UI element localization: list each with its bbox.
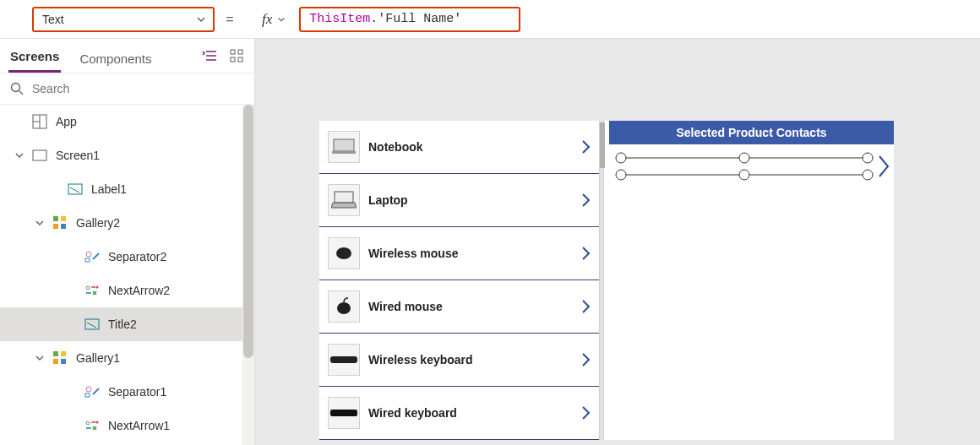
chevron-right-icon[interactable] <box>581 352 591 367</box>
svg-rect-35 <box>330 356 357 363</box>
tree-label: Separator2 <box>108 250 166 263</box>
tree-scrollbar[interactable] <box>242 105 254 445</box>
svg-point-4 <box>12 84 20 92</box>
svg-rect-2 <box>231 57 235 62</box>
tree-item-screen1[interactable]: Screen1 <box>0 138 254 172</box>
chevron-right-icon[interactable] <box>581 405 591 421</box>
tree-label: App <box>56 115 77 128</box>
tree-label: Gallery2 <box>76 216 120 230</box>
tree-collapse-icon[interactable] <box>200 46 219 65</box>
separator-icon <box>83 383 101 401</box>
svg-rect-20 <box>85 319 99 329</box>
tree-twisty-icon[interactable] <box>15 151 27 160</box>
product-title: Wired mouse <box>368 300 573 313</box>
tree-item-label1[interactable]: Label1 <box>0 172 254 206</box>
gallery1[interactable]: Notebook Laptop Wireless mouse <box>319 121 600 440</box>
tab-components[interactable]: Components <box>78 43 153 73</box>
gallery-row[interactable]: Wireless keyboard <box>319 334 600 387</box>
product-thumb <box>328 184 360 216</box>
tree-item-separator2[interactable]: Separator2 <box>0 240 254 274</box>
tab-screens-label: Screens <box>10 49 59 63</box>
nextarrow-icon <box>83 416 101 435</box>
tree-label: NextArrow2 <box>108 284 170 297</box>
tree-item-app[interactable]: App <box>0 105 254 138</box>
chevron-right-icon[interactable] <box>581 246 591 261</box>
chevron-right-icon[interactable] <box>581 139 591 155</box>
fx-label: fx <box>262 11 272 28</box>
svg-point-40 <box>739 153 749 163</box>
product-thumb <box>328 290 360 323</box>
tree-label: Label1 <box>91 182 127 196</box>
tab-screens[interactable]: Screens <box>8 41 61 73</box>
tree-item-separator1[interactable]: Separator1 <box>0 375 254 409</box>
svg-line-5 <box>19 91 24 95</box>
formula-bar: Text = fx ThisItem.'Full Name' <box>0 0 980 39</box>
gallery-row[interactable]: Wired mouse <box>319 280 600 334</box>
tree-grid-icon[interactable] <box>227 46 246 65</box>
gallery-row[interactable]: Notebook <box>319 121 600 174</box>
canvas[interactable]: Notebook Laptop Wireless mouse <box>255 39 980 445</box>
product-thumb <box>328 237 360 269</box>
product-thumb <box>328 397 360 429</box>
tree-item-gallery2[interactable]: Gallery2 <box>0 206 254 240</box>
tree-panel: Screens Components <box>0 39 255 445</box>
separator-icon <box>83 247 101 266</box>
svg-rect-22 <box>53 351 58 356</box>
svg-rect-15 <box>61 224 66 229</box>
tab-components-label: Components <box>79 52 151 66</box>
chevron-right-icon[interactable] <box>581 299 591 314</box>
svg-point-39 <box>616 153 626 163</box>
svg-rect-27 <box>85 393 90 397</box>
svg-rect-3 <box>238 57 242 62</box>
app-stage: Notebook Laptop Wireless mouse <box>319 121 894 440</box>
tree-item-nextarrow1[interactable]: NextArrow1 <box>0 409 254 442</box>
app-icon <box>30 112 49 131</box>
svg-rect-30 <box>334 139 354 151</box>
search-input[interactable] <box>30 81 244 96</box>
label-icon <box>66 180 84 198</box>
screen-icon <box>30 146 49 165</box>
gallery-scrollbar[interactable] <box>599 121 604 440</box>
svg-point-26 <box>86 387 91 392</box>
svg-point-29 <box>96 421 99 424</box>
svg-point-33 <box>336 247 351 259</box>
svg-rect-0 <box>231 50 235 54</box>
svg-point-42 <box>616 170 626 180</box>
tree-item-title2[interactable]: Title2 <box>0 307 254 341</box>
tree-scrollbar-thumb[interactable] <box>243 105 253 358</box>
product-title: Notebook <box>368 140 573 154</box>
right-column: Selected Product Contacts <box>609 121 894 440</box>
svg-line-21 <box>87 323 96 328</box>
tree-item-nextarrow2[interactable]: NextArrow2 <box>0 274 254 307</box>
tree-label: Separator1 <box>108 385 166 399</box>
nextarrow-icon <box>83 281 101 300</box>
svg-rect-23 <box>61 351 66 356</box>
product-title: Wireless mouse <box>368 247 573 260</box>
equals-sign: = <box>221 12 238 27</box>
tree-twisty-icon[interactable] <box>35 354 47 362</box>
gallery-row[interactable]: Wired keyboard <box>319 387 600 440</box>
label-icon <box>83 315 101 334</box>
property-selector-label: Text <box>42 13 64 26</box>
formula-token-literal: 'Full Name' <box>378 12 461 26</box>
chevron-down-icon <box>196 14 206 24</box>
gallery-row[interactable]: Wireless mouse <box>319 227 600 280</box>
gallery2-template[interactable] <box>609 149 894 183</box>
tree-twisty-icon[interactable] <box>35 219 47 227</box>
chevron-right-icon[interactable] <box>581 193 591 208</box>
search-icon <box>10 82 24 95</box>
svg-point-44 <box>863 170 873 180</box>
tree-item-gallery1[interactable]: Gallery1 <box>0 341 254 375</box>
svg-rect-9 <box>33 150 46 160</box>
formula-token-thisitem: ThisItem <box>309 12 370 26</box>
product-thumb <box>328 344 360 376</box>
svg-rect-25 <box>61 359 66 364</box>
tree-label: Gallery1 <box>76 351 120 365</box>
product-title: Wired keyboard <box>368 406 573 420</box>
formula-token-dot: . <box>370 12 378 26</box>
gallery-scrollbar-thumb[interactable] <box>600 122 605 168</box>
formula-input[interactable]: ThisItem.'Full Name' <box>299 7 520 32</box>
fx-expand-button[interactable] <box>277 15 286 24</box>
gallery-row[interactable]: Laptop <box>319 174 600 227</box>
property-selector[interactable]: Text <box>32 7 215 32</box>
